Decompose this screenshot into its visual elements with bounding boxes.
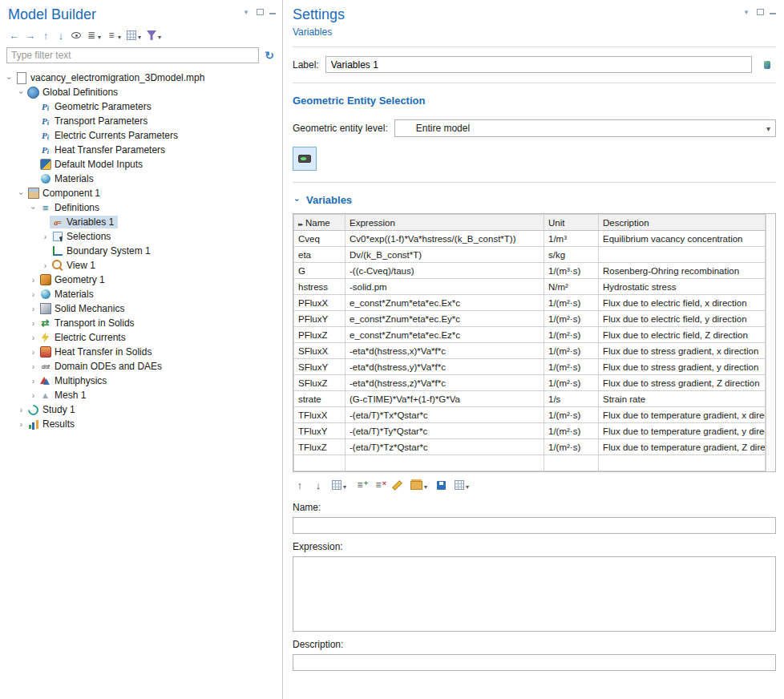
add-row-button[interactable]: [353, 477, 367, 493]
cell-unit[interactable]: 1/(m²·s): [544, 327, 599, 343]
filter-input[interactable]: [6, 47, 259, 63]
cell-expression[interactable]: (G-cTIME)*Va*f+(1-f)*G*Va: [346, 391, 544, 407]
cell-unit[interactable]: 1/s: [544, 391, 599, 407]
variables-section-header[interactable]: › Variables: [293, 194, 776, 206]
table-scrollbar[interactable]: [766, 214, 775, 471]
cell-name[interactable]: SFluxX: [294, 343, 346, 359]
cell-description[interactable]: Flux due to stress gradient, y direction: [599, 359, 766, 375]
cell-name[interactable]: PFluxZ: [294, 327, 346, 343]
cell-description[interactable]: Equilibrium vacancy concentration: [599, 231, 766, 247]
chevron-down-icon[interactable]: ›: [29, 204, 38, 212]
cell-expression[interactable]: Dv/(k_B_const*T): [346, 247, 544, 263]
cell-unit[interactable]: 1/(m²·s): [544, 375, 599, 391]
cell-description[interactable]: Hydrostatic stress: [599, 279, 766, 295]
arrow-down-button[interactable]: [54, 27, 68, 43]
tree-item-default-model-inputs[interactable]: Default Model Inputs: [3, 157, 282, 172]
float-icon[interactable]: [257, 9, 264, 15]
cell-name[interactable]: eta: [294, 247, 346, 263]
refresh-button[interactable]: [263, 50, 276, 62]
tree-item-electric-currents-parameters[interactable]: Electric Currents Parameters: [3, 128, 282, 143]
cell-unit[interactable]: s/kg: [544, 247, 599, 263]
chevron-right-icon[interactable]: ›: [29, 391, 38, 400]
description-input[interactable]: [293, 654, 776, 671]
cell-description[interactable]: Flux due to stress gradient, x direction: [599, 343, 766, 359]
column-header-expression[interactable]: Expression: [346, 215, 544, 231]
expand-tree-button[interactable]: [84, 27, 103, 43]
arrow-right-button[interactable]: [22, 27, 38, 43]
float-icon[interactable]: [757, 9, 764, 15]
tree-item-transport-in-solids[interactable]: ›Transport in Solids: [3, 316, 282, 330]
collapse-tree-button[interactable]: [104, 27, 123, 43]
tree-item-transport-parameters[interactable]: Transport Parameters: [3, 114, 282, 128]
cell-name[interactable]: PFluxX: [294, 295, 346, 311]
panel-menu-icon[interactable]: [241, 8, 251, 16]
cell-name[interactable]: PFluxY: [294, 311, 346, 327]
cell-expression[interactable]: -eta*d(hstress,y)*Va*f*c: [346, 359, 544, 375]
minimize-icon[interactable]: [269, 10, 276, 14]
settings-subtitle[interactable]: Variables: [293, 26, 776, 38]
cell-description[interactable]: [599, 455, 766, 471]
chevron-right-icon[interactable]: ›: [17, 406, 26, 414]
cell-expression[interactable]: -solid.pm: [346, 279, 544, 295]
chevron-right-icon[interactable]: ›: [29, 362, 38, 371]
tree-item-results[interactable]: ›Results: [3, 417, 282, 431]
tree-item-electric-currents[interactable]: ›Electric Currents: [3, 330, 282, 345]
tree-item-geometric-parameters[interactable]: Geometric Parameters: [3, 99, 282, 114]
cell-expression[interactable]: -(eta/T)*Ty*Qstar*c: [346, 423, 544, 439]
panel-menu-icon[interactable]: [742, 8, 751, 16]
chevron-right-icon[interactable]: ›: [41, 261, 50, 270]
cell-description[interactable]: Rosenberg-Ohring recombination: [599, 263, 766, 279]
cell-description[interactable]: Flux due to electric field, Z direction: [599, 327, 766, 343]
cell-description[interactable]: Flux due to electric field, y direction: [599, 311, 766, 327]
filter-button[interactable]: [144, 27, 164, 43]
move-down-button[interactable]: [311, 477, 325, 493]
cell-description[interactable]: Flux due to electric field, x direction: [599, 295, 766, 311]
label-input[interactable]: [325, 56, 752, 73]
tree-item-mesh-1[interactable]: ›Mesh 1: [3, 388, 282, 402]
chevron-down-icon[interactable]: ›: [5, 74, 14, 83]
cell-unit[interactable]: 1/(m³·s): [544, 263, 599, 279]
tree-item-global-definitions[interactable]: ›Global Definitions: [3, 85, 282, 99]
active-selection-toggle-button[interactable]: [293, 147, 317, 171]
table-settings-button[interactable]: [452, 477, 471, 493]
cell-expression[interactable]: e_const*Znum*eta*ec.Ey*c: [346, 311, 544, 327]
arrow-left-button[interactable]: [6, 27, 22, 43]
cell-name[interactable]: TFluxZ: [294, 439, 346, 455]
minimize-icon[interactable]: [770, 10, 776, 14]
rename-button[interactable]: [758, 56, 776, 73]
cell-expression[interactable]: e_const*Znum*eta*ec.Ez*c: [346, 327, 544, 343]
tree-item-domain-odes-and-daes[interactable]: ›Domain ODEs and DAEs: [3, 359, 282, 374]
cell-name[interactable]: G: [294, 263, 346, 279]
geometric-entity-level-select[interactable]: Entire model: [394, 119, 776, 137]
load-file-button[interactable]: [408, 477, 430, 493]
cell-unit[interactable]: 1/m³: [544, 231, 599, 247]
arrow-up-button[interactable]: [38, 27, 53, 43]
chevron-right-icon[interactable]: ›: [29, 377, 38, 386]
move-up-button[interactable]: [293, 477, 307, 493]
name-input[interactable]: [293, 517, 776, 534]
tree-item-boundary-system-1[interactable]: Boundary System 1: [3, 244, 282, 258]
expression-input[interactable]: [293, 556, 776, 632]
cell-name[interactable]: TFluxY: [294, 423, 346, 439]
cell-expression[interactable]: e_const*Znum*eta*ec.Ex*c: [346, 295, 544, 311]
cell-unit[interactable]: 1/(m²·s): [544, 439, 599, 455]
tree-item-heat-transfer-parameters[interactable]: Heat Transfer Parameters: [3, 143, 282, 157]
cell-name[interactable]: hstress: [294, 279, 346, 295]
cell-unit[interactable]: 1/(m²·s): [544, 423, 599, 439]
tree-item-view-1[interactable]: ›View 1: [3, 258, 282, 273]
column-header-name[interactable]: ▸▸Name: [294, 215, 346, 231]
cell-unit[interactable]: N/m²: [544, 279, 599, 295]
column-header-description[interactable]: Description: [599, 215, 766, 231]
cell-description[interactable]: Flux due to temperature gradient, Z dire…: [599, 439, 766, 455]
cell-expression[interactable]: -(eta/T)*Tz*Qstar*c: [346, 439, 544, 455]
tree-item-study-1[interactable]: ›Study 1: [3, 402, 282, 417]
tree-item-multiphysics[interactable]: ›Multiphysics: [3, 374, 282, 388]
chevron-right-icon[interactable]: ›: [29, 333, 38, 342]
column-header-unit[interactable]: Unit: [544, 215, 599, 231]
chevron-right-icon[interactable]: ›: [41, 232, 50, 241]
cell-name[interactable]: TFluxX: [294, 407, 346, 423]
tree-item-vacancy-electromigration-3dmodel-mph[interactable]: ›vacancy_electromigration_3Dmodel.mph: [3, 71, 282, 85]
tree-item-materials[interactable]: ›Materials: [3, 287, 282, 301]
cell-unit[interactable]: 1/(m²·s): [544, 295, 599, 311]
delete-row-button[interactable]: [371, 477, 386, 493]
